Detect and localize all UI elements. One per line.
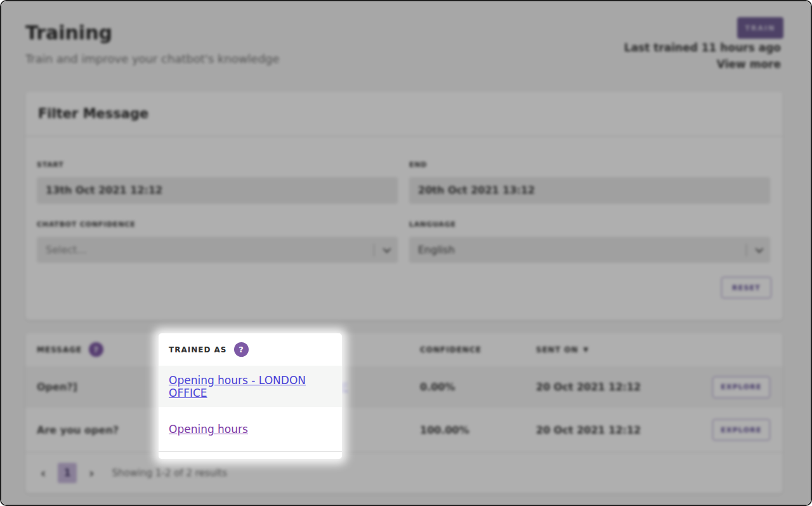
spotlight-header: TRAINED AS ? bbox=[159, 333, 342, 366]
trained-as-help-icon[interactable]: ? bbox=[234, 342, 249, 357]
trained-as-link[interactable]: Opening hours bbox=[169, 423, 248, 436]
trained-as-header-label: TRAINED AS bbox=[169, 345, 227, 354]
training-screen: Training Train and improve your chatbot'… bbox=[0, 0, 812, 506]
trained-as-link[interactable]: Opening hours - LONDON OFFICE bbox=[169, 374, 342, 399]
spotlight-highlight: TRAINED AS ? Opening hours - LONDON OFFI… bbox=[159, 333, 342, 459]
dim-overlay bbox=[1, 1, 811, 505]
spotlight-row: Opening hours bbox=[159, 407, 342, 452]
spotlight-row: Opening hours - LONDON OFFICE bbox=[159, 366, 342, 407]
